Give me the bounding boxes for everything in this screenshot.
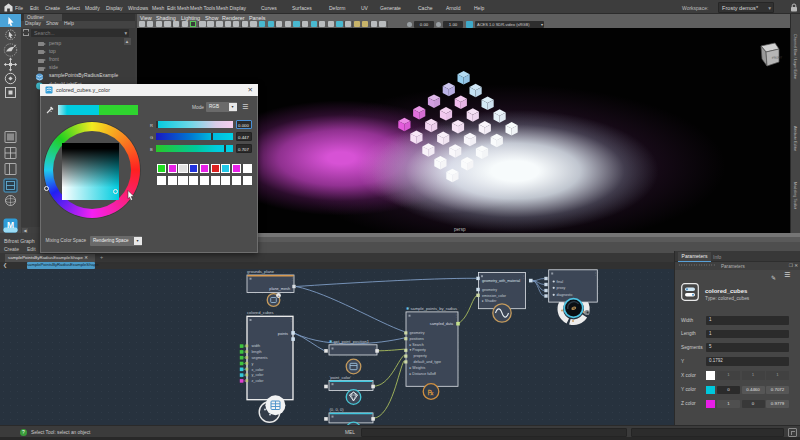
svg-text:positions: positions: [410, 336, 424, 340]
svg-text:length: length: [252, 350, 262, 354]
svg-text:final: final: [557, 279, 564, 283]
svg-text:FRONT: FRONT: [772, 55, 783, 60]
svg-text:⋮: ⋮: [290, 276, 294, 281]
svg-text:(0, 0, 0): (0, 0, 0): [330, 406, 345, 411]
svg-text:✱ sample_points_by_radius: ✱ sample_points_by_radius: [406, 306, 457, 311]
svg-text:▸ Search: ▸ Search: [410, 342, 424, 346]
svg-text:℞: ℞: [428, 388, 434, 395]
svg-text:⋮: ⋮: [454, 313, 458, 318]
svg-text:✱ get_point_position1: ✱ get_point_position1: [329, 338, 370, 343]
svg-text:z_color: z_color: [252, 379, 265, 383]
svg-text:width: width: [252, 344, 261, 348]
svg-text:property: property: [414, 354, 427, 358]
svg-text:▸ Distance falloff: ▸ Distance falloff: [410, 371, 436, 375]
svg-text:y: y: [252, 361, 254, 365]
svg-text:y_color: y_color: [252, 373, 265, 377]
svg-text:▾ Property: ▾ Property: [410, 348, 427, 352]
svg-text:points: points: [278, 332, 288, 336]
svg-text:segments: segments: [252, 355, 268, 359]
svg-text:geometry_with_material: geometry_with_material: [482, 279, 520, 283]
svg-text:geometry: geometry: [410, 330, 425, 334]
svg-text:geometry: geometry: [482, 287, 497, 291]
svg-text:diagnostic: diagnostic: [557, 293, 573, 297]
svg-text:x_color: x_color: [252, 367, 265, 371]
svg-text:▸ Weights: ▸ Weights: [410, 365, 426, 369]
svg-text:⋮: ⋮: [593, 270, 597, 275]
svg-text:emission_color: emission_color: [482, 293, 507, 297]
svg-text:colored_cubes: colored_cubes: [247, 309, 274, 314]
svg-text:⋮: ⋮: [289, 317, 293, 322]
svg-text:+: +: [277, 293, 280, 298]
svg-text:sampled_data: sampled_data: [430, 322, 454, 326]
svg-text:▸ Shader: ▸ Shader: [482, 299, 497, 303]
svg-text:'point_color': 'point_color': [330, 374, 352, 379]
svg-text:M: M: [7, 220, 14, 230]
svg-text:⋮: ⋮: [522, 273, 526, 278]
svg-text:proxy: proxy: [557, 286, 566, 290]
svg-text:plane_mesh: plane_mesh: [269, 286, 290, 290]
svg-text:default_and_type: default_and_type: [414, 359, 442, 363]
svg-text:grounds_plane: grounds_plane: [247, 269, 275, 274]
